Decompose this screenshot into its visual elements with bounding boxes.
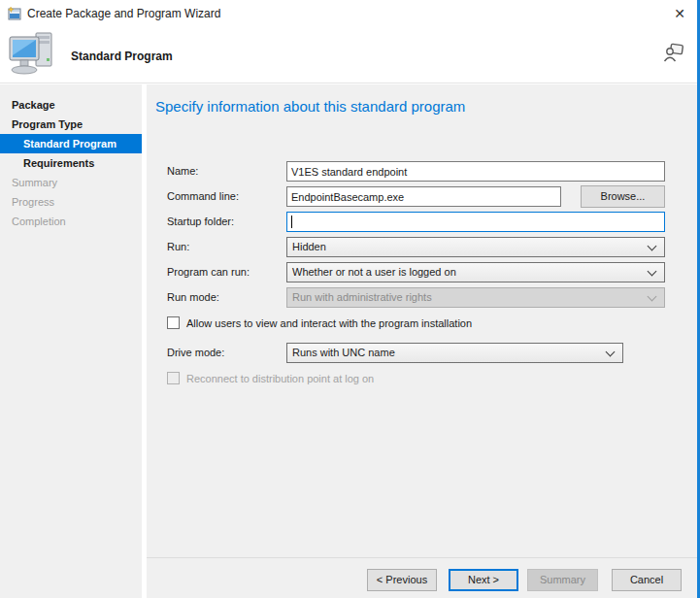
wizard-content: Specify information about this standard … [147, 84, 697, 598]
wizard-header: Standard Program [0, 27, 697, 83]
computer-icon [8, 29, 58, 80]
browse-button[interactable]: Browse... [581, 185, 665, 208]
wizard-page-title: Standard Program [71, 50, 173, 63]
startup-folder-label: Startup folder: [167, 212, 234, 231]
run-select[interactable]: Hidden [286, 237, 665, 257]
run-mode-select: Run with administrative rights [286, 287, 665, 308]
wizard-window: Create Package and Program Wizard ✕ Stan… [0, 0, 700, 598]
cancel-button[interactable]: Cancel [612, 569, 682, 591]
sidebar-item-program-type[interactable]: Program Type [0, 115, 142, 134]
wizard-body: Package Program Type Standard Program Re… [0, 84, 697, 598]
program-can-run-select[interactable]: Whether or not a user is logged on [286, 262, 665, 282]
allow-interact-checkbox[interactable] [167, 316, 180, 329]
sidebar-item-progress: Progress [0, 192, 142, 212]
wizard-app-icon [8, 7, 21, 20]
window-title: Create Package and Program Wizard [27, 7, 220, 20]
run-label: Run: [167, 237, 189, 256]
close-button[interactable]: ✕ [668, 2, 691, 25]
program-can-run-selected-value: Whether or not a user is logged on [292, 266, 456, 278]
titlebar[interactable]: Create Package and Program Wizard ✕ [0, 0, 697, 27]
text-caret [291, 216, 292, 228]
summary-button: Summary [527, 569, 598, 591]
page-heading: Specify information about this standard … [155, 98, 465, 115]
run-selected-value: Hidden [292, 241, 326, 252]
drive-mode-label: Drive mode: [167, 343, 224, 362]
drive-mode-select[interactable]: Runs with UNC name [286, 343, 623, 363]
wizard-step-sidebar: Package Program Type Standard Program Re… [0, 84, 142, 598]
sidebar-item-summary: Summary [0, 173, 142, 192]
command-line-input[interactable] [286, 186, 561, 207]
sidebar-item-completion: Completion [0, 212, 142, 231]
previous-button[interactable]: < Previous [367, 569, 437, 591]
command-line-label: Command line: [167, 186, 239, 206]
name-input[interactable] [286, 161, 665, 182]
footer-separator [147, 557, 697, 558]
reconnect-label: Reconnect to distribution point at log o… [186, 372, 374, 385]
chevron-down-icon [648, 242, 657, 251]
drive-mode-selected-value: Runs with UNC name [292, 347, 395, 358]
run-mode-label: Run mode: [167, 287, 219, 307]
chevron-down-icon [606, 348, 616, 357]
allow-interact-label: Allow users to view and interact with th… [186, 316, 472, 330]
chevron-down-icon [648, 292, 657, 302]
reconnect-checkbox [167, 372, 180, 384]
chevron-down-icon [648, 267, 657, 277]
sidebar-item-standard-program[interactable]: Standard Program [0, 134, 142, 153]
sidebar-item-package[interactable]: Package [0, 95, 142, 115]
name-label: Name: [167, 161, 198, 181]
next-button[interactable]: Next > [449, 569, 518, 591]
sidebar-item-requirements[interactable]: Requirements [0, 153, 142, 173]
run-mode-selected-value: Run with administrative rights [292, 291, 432, 303]
program-can-run-label: Program can run: [167, 262, 250, 282]
feedback-icon[interactable] [663, 43, 684, 63]
startup-folder-input[interactable] [286, 212, 665, 232]
